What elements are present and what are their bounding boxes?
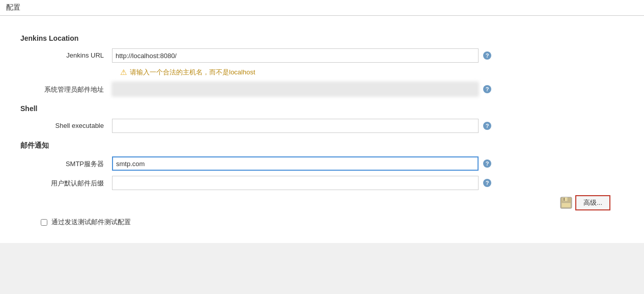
jenkins-location-title: Jenkins Location <box>20 34 624 42</box>
jenkins-url-input-wrap: ? <box>112 48 624 63</box>
jenkins-location-section: Jenkins Location Jenkins URL ? ⚠ 请输入一个合法… <box>20 34 624 96</box>
admin-email-help-icon[interactable]: ? <box>483 85 492 94</box>
shell-executable-label: Shell executable <box>20 119 112 129</box>
bottom-action-row: 高级... <box>20 195 624 210</box>
admin-email-label: 系统管理员邮件地址 <box>20 82 112 94</box>
jenkins-url-label: Jenkins URL <box>20 48 112 59</box>
default-suffix-input-wrap: ? <box>112 176 624 190</box>
help-circle-suffix: ? <box>483 179 491 187</box>
warning-text: 请输入一个合法的主机名，而不是localhost <box>130 68 255 77</box>
jenkins-url-row: Jenkins URL ? <box>20 48 624 63</box>
smtp-label: SMTP服务器 <box>20 156 112 169</box>
shell-executable-row: Shell executable ? <box>20 119 624 133</box>
admin-email-row: 系统管理员邮件地址 ? <box>20 82 624 96</box>
jenkins-url-input[interactable] <box>112 48 479 63</box>
smtp-help-icon[interactable]: ? <box>483 159 492 168</box>
default-suffix-row: 用户默认邮件后缀 ? <box>20 176 624 190</box>
test-email-checkbox[interactable] <box>41 219 47 226</box>
admin-email-input-wrap: ? <box>112 82 624 96</box>
warning-row: ⚠ 请输入一个合法的主机名，而不是localhost <box>120 68 624 77</box>
svg-rect-1 <box>563 197 568 201</box>
default-suffix-help-icon[interactable]: ? <box>483 178 492 188</box>
shell-title: Shell <box>20 104 624 113</box>
help-circle-email: ? <box>483 85 491 93</box>
help-circle-shell: ? <box>483 122 491 130</box>
default-suffix-label: 用户默认邮件后缀 <box>20 176 112 188</box>
shell-executable-input-wrap: ? <box>112 119 624 133</box>
checkbox-row: 通过发送测试邮件测试配置 <box>41 218 624 227</box>
help-circle-smtp: ? <box>483 159 491 168</box>
page-container: 配置 Jenkins Location Jenkins URL ? ⚠ 请输入一… <box>0 0 644 294</box>
shell-executable-help-icon[interactable]: ? <box>483 121 492 130</box>
shell-executable-input[interactable] <box>112 119 479 133</box>
top-bar: 配置 <box>0 0 644 16</box>
jenkins-url-help-icon[interactable]: ? <box>483 51 492 60</box>
svg-rect-3 <box>564 198 565 201</box>
admin-email-input[interactable] <box>112 82 479 96</box>
smtp-input-wrap: ? <box>112 156 624 171</box>
svg-rect-2 <box>562 203 571 207</box>
main-content: Jenkins Location Jenkins URL ? ⚠ 请输入一个合法… <box>0 16 644 243</box>
email-title: 邮件通知 <box>20 141 624 150</box>
shell-section: Shell Shell executable ? <box>20 104 624 133</box>
advanced-button[interactable]: 高级... <box>575 195 610 210</box>
help-circle-url: ? <box>483 51 491 60</box>
warning-icon: ⚠ <box>120 68 127 77</box>
default-suffix-input[interactable] <box>112 176 479 190</box>
save-icon[interactable] <box>559 196 573 210</box>
smtp-input[interactable] <box>112 156 479 171</box>
test-email-label: 通过发送测试邮件测试配置 <box>51 218 131 227</box>
page-title: 配置 <box>6 3 20 11</box>
smtp-row: SMTP服务器 ? <box>20 156 624 171</box>
email-section: 邮件通知 SMTP服务器 ? 用户默认邮件后缀 ? <box>20 141 624 227</box>
